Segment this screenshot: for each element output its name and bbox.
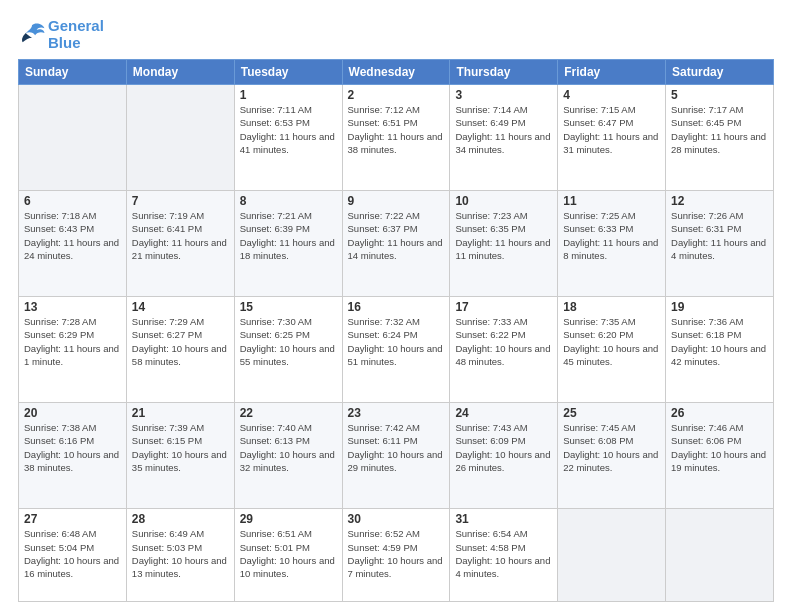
calendar-cell: 27Sunrise: 6:48 AM Sunset: 5:04 PM Dayli… bbox=[19, 509, 127, 602]
calendar-cell: 18Sunrise: 7:35 AM Sunset: 6:20 PM Dayli… bbox=[558, 297, 666, 403]
calendar-cell: 1Sunrise: 7:11 AM Sunset: 6:53 PM Daylig… bbox=[234, 85, 342, 191]
day-number: 19 bbox=[671, 300, 768, 314]
day-number: 26 bbox=[671, 406, 768, 420]
day-info: Sunrise: 7:26 AM Sunset: 6:31 PM Dayligh… bbox=[671, 209, 768, 262]
day-info: Sunrise: 7:46 AM Sunset: 6:06 PM Dayligh… bbox=[671, 421, 768, 474]
day-info: Sunrise: 7:25 AM Sunset: 6:33 PM Dayligh… bbox=[563, 209, 660, 262]
day-number: 2 bbox=[348, 88, 445, 102]
page-header: General Blue bbox=[18, 18, 774, 51]
calendar-cell: 22Sunrise: 7:40 AM Sunset: 6:13 PM Dayli… bbox=[234, 403, 342, 509]
day-number: 16 bbox=[348, 300, 445, 314]
day-info: Sunrise: 7:38 AM Sunset: 6:16 PM Dayligh… bbox=[24, 421, 121, 474]
day-info: Sunrise: 7:14 AM Sunset: 6:49 PM Dayligh… bbox=[455, 103, 552, 156]
day-number: 12 bbox=[671, 194, 768, 208]
day-info: Sunrise: 7:43 AM Sunset: 6:09 PM Dayligh… bbox=[455, 421, 552, 474]
day-number: 25 bbox=[563, 406, 660, 420]
day-number: 4 bbox=[563, 88, 660, 102]
day-info: Sunrise: 7:30 AM Sunset: 6:25 PM Dayligh… bbox=[240, 315, 337, 368]
day-info: Sunrise: 6:54 AM Sunset: 4:58 PM Dayligh… bbox=[455, 527, 552, 580]
day-info: Sunrise: 6:49 AM Sunset: 5:03 PM Dayligh… bbox=[132, 527, 229, 580]
calendar-cell: 24Sunrise: 7:43 AM Sunset: 6:09 PM Dayli… bbox=[450, 403, 558, 509]
day-info: Sunrise: 7:19 AM Sunset: 6:41 PM Dayligh… bbox=[132, 209, 229, 262]
day-number: 14 bbox=[132, 300, 229, 314]
calendar-table: SundayMondayTuesdayWednesdayThursdayFrid… bbox=[18, 59, 774, 602]
day-info: Sunrise: 7:39 AM Sunset: 6:15 PM Dayligh… bbox=[132, 421, 229, 474]
logo-text-line1: General bbox=[48, 18, 104, 35]
day-info: Sunrise: 7:11 AM Sunset: 6:53 PM Dayligh… bbox=[240, 103, 337, 156]
calendar-cell: 20Sunrise: 7:38 AM Sunset: 6:16 PM Dayli… bbox=[19, 403, 127, 509]
calendar-week-row: 20Sunrise: 7:38 AM Sunset: 6:16 PM Dayli… bbox=[19, 403, 774, 509]
day-number: 28 bbox=[132, 512, 229, 526]
calendar-cell: 28Sunrise: 6:49 AM Sunset: 5:03 PM Dayli… bbox=[126, 509, 234, 602]
day-number: 21 bbox=[132, 406, 229, 420]
calendar-cell: 2Sunrise: 7:12 AM Sunset: 6:51 PM Daylig… bbox=[342, 85, 450, 191]
day-info: Sunrise: 7:12 AM Sunset: 6:51 PM Dayligh… bbox=[348, 103, 445, 156]
calendar-cell bbox=[558, 509, 666, 602]
calendar-cell: 29Sunrise: 6:51 AM Sunset: 5:01 PM Dayli… bbox=[234, 509, 342, 602]
calendar-cell: 19Sunrise: 7:36 AM Sunset: 6:18 PM Dayli… bbox=[666, 297, 774, 403]
weekday-header-row: SundayMondayTuesdayWednesdayThursdayFrid… bbox=[19, 60, 774, 85]
weekday-header-friday: Friday bbox=[558, 60, 666, 85]
day-number: 29 bbox=[240, 512, 337, 526]
day-info: Sunrise: 7:22 AM Sunset: 6:37 PM Dayligh… bbox=[348, 209, 445, 262]
day-number: 1 bbox=[240, 88, 337, 102]
day-info: Sunrise: 7:18 AM Sunset: 6:43 PM Dayligh… bbox=[24, 209, 121, 262]
day-number: 13 bbox=[24, 300, 121, 314]
calendar-week-row: 13Sunrise: 7:28 AM Sunset: 6:29 PM Dayli… bbox=[19, 297, 774, 403]
day-number: 5 bbox=[671, 88, 768, 102]
day-info: Sunrise: 6:51 AM Sunset: 5:01 PM Dayligh… bbox=[240, 527, 337, 580]
day-number: 24 bbox=[455, 406, 552, 420]
calendar-cell: 12Sunrise: 7:26 AM Sunset: 6:31 PM Dayli… bbox=[666, 191, 774, 297]
calendar-cell: 9Sunrise: 7:22 AM Sunset: 6:37 PM Daylig… bbox=[342, 191, 450, 297]
calendar-cell: 16Sunrise: 7:32 AM Sunset: 6:24 PM Dayli… bbox=[342, 297, 450, 403]
logo-icon bbox=[18, 22, 46, 44]
calendar-week-row: 27Sunrise: 6:48 AM Sunset: 5:04 PM Dayli… bbox=[19, 509, 774, 602]
calendar-cell: 17Sunrise: 7:33 AM Sunset: 6:22 PM Dayli… bbox=[450, 297, 558, 403]
calendar-cell: 5Sunrise: 7:17 AM Sunset: 6:45 PM Daylig… bbox=[666, 85, 774, 191]
calendar-cell bbox=[126, 85, 234, 191]
day-number: 11 bbox=[563, 194, 660, 208]
day-info: Sunrise: 7:28 AM Sunset: 6:29 PM Dayligh… bbox=[24, 315, 121, 368]
day-number: 10 bbox=[455, 194, 552, 208]
weekday-header-wednesday: Wednesday bbox=[342, 60, 450, 85]
day-number: 3 bbox=[455, 88, 552, 102]
calendar-week-row: 6Sunrise: 7:18 AM Sunset: 6:43 PM Daylig… bbox=[19, 191, 774, 297]
calendar-cell: 21Sunrise: 7:39 AM Sunset: 6:15 PM Dayli… bbox=[126, 403, 234, 509]
weekday-header-sunday: Sunday bbox=[19, 60, 127, 85]
calendar-cell: 7Sunrise: 7:19 AM Sunset: 6:41 PM Daylig… bbox=[126, 191, 234, 297]
calendar-cell bbox=[666, 509, 774, 602]
day-number: 23 bbox=[348, 406, 445, 420]
calendar-cell: 31Sunrise: 6:54 AM Sunset: 4:58 PM Dayli… bbox=[450, 509, 558, 602]
weekday-header-tuesday: Tuesday bbox=[234, 60, 342, 85]
logo: General Blue bbox=[18, 18, 104, 51]
calendar-cell: 8Sunrise: 7:21 AM Sunset: 6:39 PM Daylig… bbox=[234, 191, 342, 297]
weekday-header-thursday: Thursday bbox=[450, 60, 558, 85]
day-info: Sunrise: 6:52 AM Sunset: 4:59 PM Dayligh… bbox=[348, 527, 445, 580]
calendar-cell: 6Sunrise: 7:18 AM Sunset: 6:43 PM Daylig… bbox=[19, 191, 127, 297]
day-number: 30 bbox=[348, 512, 445, 526]
day-info: Sunrise: 7:35 AM Sunset: 6:20 PM Dayligh… bbox=[563, 315, 660, 368]
calendar-cell: 3Sunrise: 7:14 AM Sunset: 6:49 PM Daylig… bbox=[450, 85, 558, 191]
day-number: 18 bbox=[563, 300, 660, 314]
day-info: Sunrise: 7:21 AM Sunset: 6:39 PM Dayligh… bbox=[240, 209, 337, 262]
day-info: Sunrise: 7:33 AM Sunset: 6:22 PM Dayligh… bbox=[455, 315, 552, 368]
day-number: 15 bbox=[240, 300, 337, 314]
day-info: Sunrise: 6:48 AM Sunset: 5:04 PM Dayligh… bbox=[24, 527, 121, 580]
calendar-cell: 25Sunrise: 7:45 AM Sunset: 6:08 PM Dayli… bbox=[558, 403, 666, 509]
calendar-cell: 10Sunrise: 7:23 AM Sunset: 6:35 PM Dayli… bbox=[450, 191, 558, 297]
calendar-cell: 4Sunrise: 7:15 AM Sunset: 6:47 PM Daylig… bbox=[558, 85, 666, 191]
calendar-cell: 14Sunrise: 7:29 AM Sunset: 6:27 PM Dayli… bbox=[126, 297, 234, 403]
day-number: 7 bbox=[132, 194, 229, 208]
calendar-cell: 15Sunrise: 7:30 AM Sunset: 6:25 PM Dayli… bbox=[234, 297, 342, 403]
calendar-cell: 23Sunrise: 7:42 AM Sunset: 6:11 PM Dayli… bbox=[342, 403, 450, 509]
calendar-cell bbox=[19, 85, 127, 191]
day-number: 8 bbox=[240, 194, 337, 208]
day-number: 27 bbox=[24, 512, 121, 526]
day-info: Sunrise: 7:45 AM Sunset: 6:08 PM Dayligh… bbox=[563, 421, 660, 474]
calendar-cell: 13Sunrise: 7:28 AM Sunset: 6:29 PM Dayli… bbox=[19, 297, 127, 403]
day-number: 6 bbox=[24, 194, 121, 208]
logo-text-line2: Blue bbox=[48, 35, 104, 52]
day-info: Sunrise: 7:32 AM Sunset: 6:24 PM Dayligh… bbox=[348, 315, 445, 368]
day-number: 20 bbox=[24, 406, 121, 420]
weekday-header-monday: Monday bbox=[126, 60, 234, 85]
